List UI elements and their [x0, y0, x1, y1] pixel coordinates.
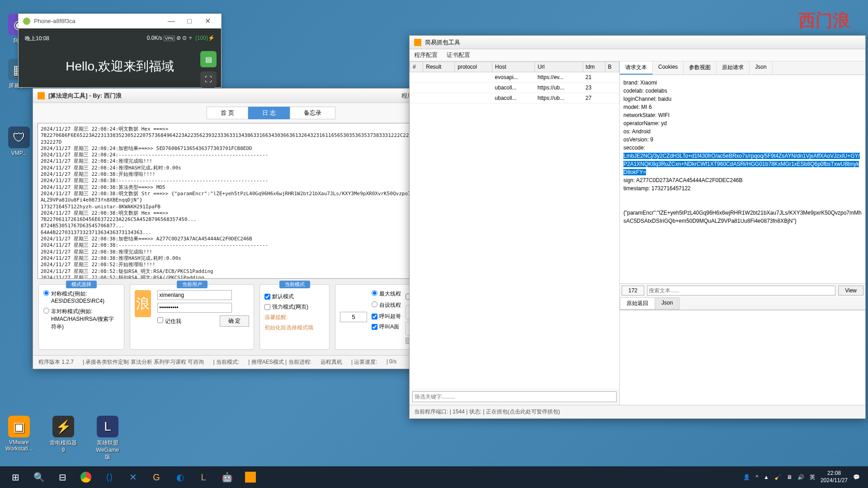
search-row: 172 View: [620, 283, 865, 297]
tab-params[interactable]: 参数视图: [684, 61, 717, 75]
edge-icon[interactable]: ◐: [168, 466, 192, 488]
response-tabs: 原始返回 Json: [620, 297, 865, 310]
call-chao-checkbox[interactable]: [372, 314, 377, 319]
search-button[interactable]: 🔍: [27, 466, 51, 488]
password-input[interactable]: [157, 303, 232, 313]
detail-tabs: 请求文本 Cookies 参数视图 原始请求 Json: [620, 61, 865, 75]
call-aface-checkbox[interactable]: [372, 324, 377, 330]
phone-fullscreen-button[interactable]: ⛶: [200, 71, 217, 88]
ime-indicator[interactable]: 英: [810, 474, 815, 481]
capture-titlebar[interactable]: 简易抓包工具: [410, 36, 865, 49]
capture-left-pane: # Result protocol Host Url tdm B evosapi…: [410, 61, 620, 405]
icon-label: 雷电模拟器9: [50, 440, 77, 453]
status-proc: 远程真机: [321, 358, 342, 366]
tray-chevron-icon[interactable]: ^: [755, 474, 758, 480]
status-infer: | 推理AES模式 | 当前进程:: [248, 358, 311, 366]
tab-memo[interactable]: 备忘录: [290, 107, 335, 119]
taskbar-clock[interactable]: 22:08 2024/11/27: [821, 470, 848, 484]
tray-icon[interactable]: ▲: [764, 474, 769, 480]
chrome-icon[interactable]: [74, 466, 98, 488]
desktop-icon[interactable]: ⚡雷电模拟器9: [50, 416, 77, 453]
algo-title: [算法逆向工具] - By: 西门浪: [48, 92, 401, 100]
table-row[interactable]: evosapi...https://ev...21: [410, 72, 619, 83]
max-thread-radio[interactable]: [372, 290, 377, 296]
maximize-button[interactable]: □: [180, 17, 198, 25]
tab-log[interactable]: 日 志: [248, 107, 290, 119]
username-input[interactable]: [157, 290, 232, 300]
phone-menu-button[interactable]: ▤: [200, 51, 217, 67]
network-icon[interactable]: 🖥: [787, 474, 792, 480]
col-url[interactable]: Url: [535, 62, 583, 72]
tab-raw-response[interactable]: 原始返回: [620, 297, 655, 310]
phone-hello-text: Hello,欢迎来到福域: [23, 58, 217, 75]
close-button[interactable]: ✕: [198, 17, 217, 25]
response-area[interactable]: [620, 310, 865, 405]
desktop-icon[interactable]: L英雄联盟 WeGame版: [94, 416, 121, 461]
col-protocol[interactable]: protocol: [455, 62, 492, 72]
thread-count-input[interactable]: [340, 312, 367, 322]
phone-time: 晚上10:08: [25, 35, 49, 42]
custom-thread-radio[interactable]: [372, 301, 377, 307]
phone-window: Phone-a8f8f3ca — □ ✕ 晚上10:08 0.0K/s VPN …: [18, 14, 222, 88]
status-version: 程序版本 1.2.7: [38, 358, 74, 366]
capture-icon: [414, 39, 421, 46]
strong-mode-checkbox[interactable]: [264, 304, 270, 310]
view-button[interactable]: View: [838, 286, 863, 296]
sym-mode-radio[interactable]: [43, 290, 49, 296]
app-icon[interactable]: ✕: [121, 466, 145, 488]
tab-cookies[interactable]: Cookies: [653, 61, 684, 75]
minimize-button[interactable]: —: [162, 17, 180, 25]
table-row[interactable]: ubacoll...https://ub...23: [410, 83, 619, 93]
volume-icon[interactable]: 🔊: [797, 474, 804, 480]
people-icon[interactable]: 👤: [743, 474, 750, 480]
col-result[interactable]: Result: [423, 62, 455, 72]
status-mode: | 当前模式:: [213, 358, 239, 366]
start-button[interactable]: ⊞: [4, 466, 27, 488]
capture-right-pane: 请求文本 Cookies 参数视图 原始请求 Json brand: Xiaom…: [620, 61, 865, 405]
desktop-icon[interactable]: ▣VMware Workstati...: [5, 416, 33, 452]
default-mode-checkbox[interactable]: [264, 294, 270, 300]
radio-label: 非对称模式(例如: HMAC/HASH/RSA/搜索字符串): [51, 308, 119, 331]
icon-label: 英雄联盟 WeGame版: [96, 440, 119, 460]
status-speed-val: | 0/s: [387, 358, 396, 366]
request-table[interactable]: # Result protocol Host Url tdm B evosapi…: [410, 61, 619, 389]
watermark: 西门浪: [798, 9, 850, 32]
tab-json[interactable]: Json: [750, 61, 772, 75]
capture-statusbar[interactable]: 当前程序端口: | 1544 | 状态: | 正在抓包(点击此处可暂停抓包): [410, 405, 865, 418]
algo-icon: [38, 92, 45, 99]
app-icon[interactable]: G: [145, 466, 168, 488]
tray-icon[interactable]: 🧹: [774, 474, 781, 480]
col-host[interactable]: Host: [492, 62, 535, 72]
remember-checkbox[interactable]: [157, 317, 163, 323]
tab-request-text[interactable]: 请求文本: [620, 61, 653, 75]
phone-screen[interactable]: 晚上10:08 0.0K/s VPN ⊘ ⊙ ᯤ (100)⚡ Hello,欢迎…: [19, 28, 221, 87]
taskview-button[interactable]: ⊟: [51, 466, 74, 488]
asym-mode-radio[interactable]: [43, 308, 49, 314]
filter-input[interactable]: [412, 391, 617, 402]
android-icon[interactable]: 🤖: [215, 466, 239, 488]
desktop-icon[interactable]: 🛡VMP...: [5, 127, 33, 156]
tab-home[interactable]: 首 页: [207, 107, 248, 119]
app-icon[interactable]: [239, 466, 262, 488]
col-tdm[interactable]: tdm: [583, 62, 605, 72]
table-row[interactable]: ubacoll...https://ub...27: [410, 93, 619, 103]
systray[interactable]: 👤 ^ ▲ 🧹 🖥 🔊 英 22:08 2024/11/27 💬: [743, 470, 864, 484]
user-avatar: 浪: [135, 290, 151, 317]
notifications-icon[interactable]: 💬: [853, 474, 860, 480]
capture-title: 简易抓包工具: [425, 38, 861, 47]
col-index[interactable]: #: [410, 62, 423, 72]
confirm-button[interactable]: 确 定: [220, 315, 249, 327]
col-b[interactable]: B: [605, 62, 619, 72]
menu-program-config[interactable]: 程序配置: [414, 52, 438, 58]
vscode-icon[interactable]: ⟨⟩: [98, 466, 121, 488]
warm-tip2: 初始化前选择模式哦: [264, 324, 325, 332]
detail-text[interactable]: brand: Xiaomi codelab: codelabs loginCha…: [620, 75, 865, 283]
tab-raw-request[interactable]: 原始请求: [717, 61, 750, 75]
phone-titlebar[interactable]: Phone-a8f8f3ca — □ ✕: [19, 14, 221, 28]
menu-cert-config[interactable]: 证书配置: [447, 52, 470, 58]
lol-icon[interactable]: L: [192, 466, 215, 488]
tab-response-json[interactable]: Json: [655, 297, 679, 310]
panel-label: 当前用户: [177, 281, 208, 288]
search-input[interactable]: [647, 286, 835, 296]
status-speed: | 运算速度:: [351, 358, 377, 366]
